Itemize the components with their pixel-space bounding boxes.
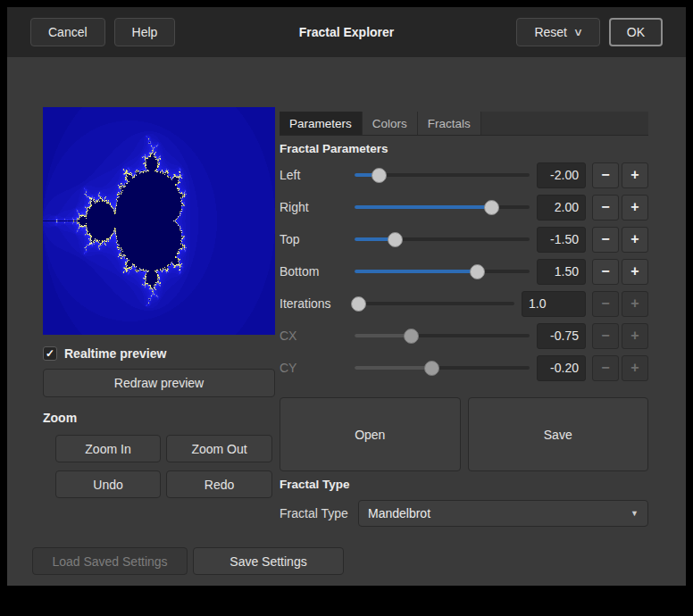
param-row-cx: CX -0.75 − + [280, 320, 648, 352]
save-button[interactable]: Save [468, 397, 649, 471]
preview-panel: ✓ Realtime preview Redraw preview Zoom Z… [43, 107, 275, 498]
param-value-entry[interactable]: -0.20 [537, 355, 586, 381]
increment-button[interactable]: + [622, 259, 648, 285]
param-slider[interactable] [355, 296, 514, 312]
slider-track [355, 366, 530, 370]
param-value-entry[interactable]: -1.50 [537, 227, 586, 253]
plus-icon: + [630, 360, 639, 376]
redo-button[interactable]: Redo [166, 470, 272, 498]
decrement-button[interactable]: − [592, 259, 619, 285]
zoom-out-button[interactable]: Zoom Out [166, 435, 272, 462]
decrement-button[interactable]: − [592, 227, 619, 253]
ok-button[interactable]: OK [609, 18, 663, 46]
param-slider[interactable] [355, 200, 530, 215]
increment-button[interactable]: + [622, 162, 648, 188]
slider-handle[interactable] [470, 264, 485, 279]
param-row-top: Top -1.50 − + [280, 223, 648, 255]
minus-icon: − [601, 360, 609, 376]
param-value-entry[interactable]: 2.00 [537, 195, 586, 221]
plus-icon: + [630, 167, 639, 183]
reset-button[interactable]: Reset ∨ [516, 18, 599, 46]
param-label: Iterations [280, 296, 355, 311]
fractal-explorer-dialog: Cancel Help Fractal Explorer Reset ∨ OK … [7, 7, 686, 586]
zoom-buttons: Zoom In Zoom Out Undo Redo [55, 435, 275, 498]
slider-track [355, 205, 530, 209]
zoom-in-button[interactable]: Zoom In [55, 435, 161, 462]
redraw-preview-button[interactable]: Redraw preview [43, 369, 275, 397]
realtime-preview-row: ✓ Realtime preview [43, 346, 275, 361]
slider-handle[interactable] [351, 296, 366, 312]
decrement-button[interactable]: − [592, 323, 619, 349]
minus-icon: − [601, 296, 609, 312]
slider-track [355, 302, 514, 305]
slider-handle[interactable] [484, 200, 499, 215]
increment-button[interactable]: + [622, 195, 648, 221]
parameter-rows: Left -2.00 − + Right 2.00 − + [280, 159, 648, 384]
tab-colors[interactable]: Colors [363, 112, 418, 135]
realtime-preview-checkbox[interactable]: ✓ [43, 346, 57, 361]
undo-button[interactable]: Undo [55, 470, 161, 498]
decrement-button[interactable]: − [592, 355, 619, 381]
cancel-button[interactable]: Cancel [30, 18, 105, 46]
param-label: Bottom [280, 264, 355, 279]
minus-icon: − [601, 231, 609, 247]
param-slider[interactable] [355, 361, 530, 376]
fractal-preview[interactable] [43, 107, 275, 335]
help-button[interactable]: Help [114, 18, 176, 46]
param-slider[interactable] [355, 329, 530, 344]
param-row-iterations: Iterations 1.0 − + [280, 287, 648, 320]
param-row-left: Left -2.00 − + [280, 159, 648, 191]
slider-handle[interactable] [372, 168, 387, 183]
tab-parameters[interactable]: Parameters [280, 112, 363, 135]
minus-icon: − [601, 328, 609, 344]
decrement-button[interactable]: − [592, 195, 619, 221]
param-value-entry[interactable]: 1.0 [522, 291, 586, 317]
fractal-type-row: Fractal Type Mandelbrot ▼ [280, 500, 648, 527]
param-slider[interactable] [355, 264, 530, 279]
chevron-down-icon: ∨ [573, 27, 583, 37]
slider-handle[interactable] [424, 361, 439, 376]
param-slider[interactable] [355, 168, 530, 183]
minus-icon: − [601, 167, 609, 183]
param-slider[interactable] [355, 232, 530, 247]
realtime-preview-label: Realtime preview [64, 346, 166, 361]
param-row-right: Right 2.00 − + [280, 191, 648, 223]
param-label: CY [280, 361, 355, 375]
param-label: Right [280, 200, 355, 214]
plus-icon: + [630, 231, 639, 247]
minus-icon: − [601, 199, 609, 215]
load-saved-settings-button[interactable]: Load Saved Settings [32, 547, 188, 575]
open-button[interactable]: Open [280, 397, 461, 471]
slider-track [355, 270, 530, 273]
increment-button[interactable]: + [622, 323, 648, 349]
settings-panel: Parameters Colors Fractals Fractal Param… [280, 112, 648, 527]
increment-button[interactable]: + [622, 291, 648, 317]
plus-icon: + [630, 296, 639, 312]
slider-handle[interactable] [404, 329, 419, 344]
slider-handle[interactable] [388, 232, 403, 247]
tab-fractals[interactable]: Fractals [418, 112, 481, 135]
param-label: CX [280, 329, 355, 343]
plus-icon: + [630, 263, 639, 279]
decrement-button[interactable]: − [592, 291, 619, 317]
decrement-button[interactable]: − [592, 162, 619, 188]
increment-button[interactable]: + [622, 227, 648, 253]
zoom-heading: Zoom [43, 411, 275, 425]
param-label: Top [280, 232, 355, 246]
fractal-type-value: Mandelbrot [368, 506, 430, 520]
plus-icon: + [630, 199, 639, 215]
plus-icon: + [630, 328, 639, 344]
titlebar: Cancel Help Fractal Explorer Reset ∨ OK [7, 7, 686, 57]
dropdown-arrow-icon: ▼ [630, 509, 639, 518]
check-icon: ✓ [46, 348, 54, 359]
fractal-type-dropdown[interactable]: Mandelbrot ▼ [358, 500, 648, 527]
param-row-cy: CY -0.20 − + [280, 352, 648, 384]
reset-button-label: Reset [534, 25, 567, 39]
param-value-entry[interactable]: -2.00 [537, 162, 586, 188]
increment-button[interactable]: + [622, 355, 648, 381]
param-value-entry[interactable]: 1.50 [537, 259, 586, 285]
save-settings-button[interactable]: Save Settings [193, 547, 344, 575]
slider-track [355, 237, 530, 241]
param-value-entry[interactable]: -0.75 [537, 323, 586, 349]
fractal-parameters-heading: Fractal Parameters [280, 142, 648, 155]
